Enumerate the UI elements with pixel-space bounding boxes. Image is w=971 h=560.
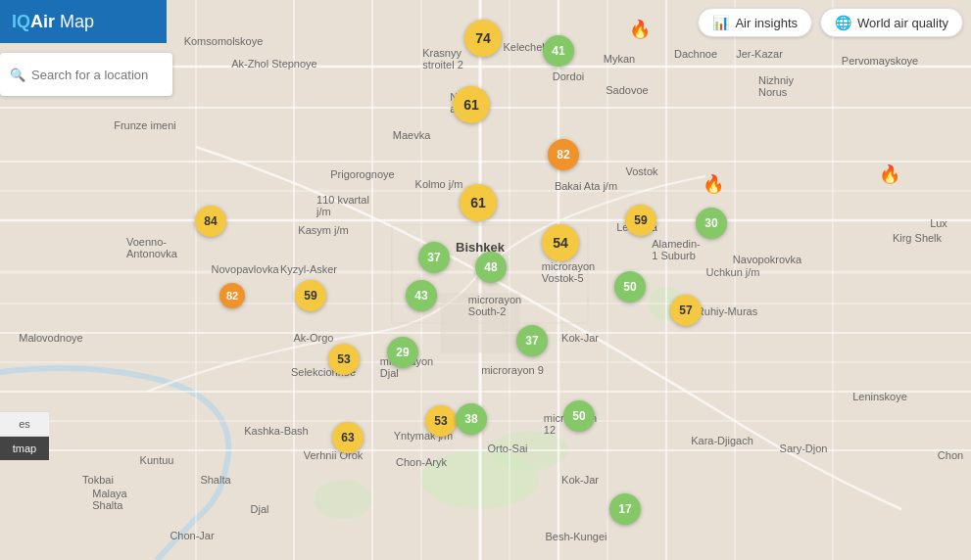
aqi-82[interactable]: 82: [548, 139, 579, 170]
aqi-84[interactable]: 84: [195, 206, 226, 237]
air-insights-button[interactable]: 📊 Air insights: [698, 8, 812, 37]
aqi-50-top[interactable]: 50: [614, 271, 646, 303]
aqi-54[interactable]: 54: [542, 224, 579, 261]
aqi-17[interactable]: 17: [609, 493, 641, 525]
aqi-29[interactable]: 29: [387, 337, 418, 368]
aqi-30[interactable]: 30: [696, 208, 727, 239]
aqi-41[interactable]: 41: [543, 35, 574, 67]
aqi-61-top[interactable]: 61: [453, 86, 490, 123]
aqi-63[interactable]: 63: [332, 422, 364, 453]
app-logo: IQAir Map: [12, 12, 94, 32]
fire-marker-1: 🔥: [629, 19, 651, 40]
fire-marker-3: 🔥: [879, 163, 900, 185]
aqi-57[interactable]: 57: [670, 295, 702, 326]
aqi-43[interactable]: 43: [406, 280, 437, 311]
aqi-50-bot[interactable]: 50: [563, 400, 595, 432]
search-bar[interactable]: 🔍: [0, 53, 172, 96]
fire-marker-2: 🔥: [703, 173, 724, 195]
side-button-tmap[interactable]: tmap: [0, 436, 49, 460]
aqi-38[interactable]: 38: [456, 403, 487, 435]
search-icon: 🔍: [10, 68, 25, 82]
chart-icon: 📊: [712, 15, 729, 30]
left-panel: es tmap: [0, 411, 49, 460]
map-container: Komsomolskoye Ak-Zhol Stepnoye Krasnyyst…: [0, 0, 971, 560]
aqi-53-bot[interactable]: 53: [425, 405, 457, 437]
world-air-quality-button[interactable]: 🌐 World air quality: [820, 8, 963, 37]
globe-icon: 🌐: [835, 15, 851, 30]
side-button-es[interactable]: es: [0, 411, 49, 436]
aqi-37-top[interactable]: 37: [418, 242, 450, 273]
aqi-74[interactable]: 74: [464, 20, 502, 57]
aqi-59-mid[interactable]: 59: [295, 280, 326, 311]
svg-point-4: [314, 480, 372, 519]
aqi-82-bot[interactable]: 82: [219, 283, 245, 308]
aqi-61-mid[interactable]: 61: [460, 184, 497, 221]
top-right-buttons: 📊 Air insights 🌐 World air quality: [698, 8, 963, 37]
search-input[interactable]: [31, 68, 163, 82]
aqi-48[interactable]: 48: [475, 252, 507, 283]
aqi-59-top[interactable]: 59: [625, 205, 656, 236]
aqi-37-bot[interactable]: 37: [516, 325, 548, 356]
aqi-53-top[interactable]: 53: [328, 344, 360, 375]
app-header: IQAir Map: [0, 0, 167, 43]
svg-rect-29: [441, 294, 519, 352]
